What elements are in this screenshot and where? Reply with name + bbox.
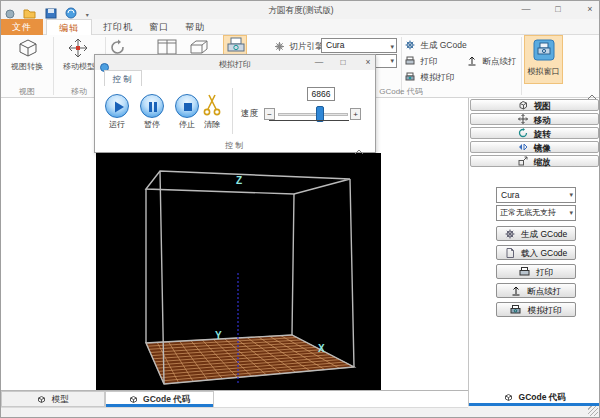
simulate-window-icon (533, 39, 555, 61)
pause-label: 暂停 (140, 119, 164, 130)
tab-help[interactable]: 帮助 (178, 19, 212, 35)
chevron-down-icon: ▾ (569, 188, 573, 202)
control-minimize-button[interactable]: — (309, 55, 329, 70)
right-tab-gcode-label: GCode 代码 (519, 392, 566, 402)
window-panes-icon (157, 39, 177, 55)
simulate-print-label: 模拟打印 (420, 72, 454, 82)
generate-gcode-label: 生成 GCode (521, 229, 567, 239)
print-button[interactable]: 打印 (496, 264, 576, 279)
resume-print-item[interactable]: 断点续打 (467, 56, 516, 68)
sidebar-section-mirror[interactable]: 镜像 (470, 141, 599, 153)
cube-icon (518, 100, 528, 110)
print-icon (519, 267, 530, 277)
stop-icon (176, 95, 200, 119)
print-icon (405, 56, 415, 66)
printer-icon (225, 37, 247, 55)
sidebar-section-view[interactable]: 视图 (470, 99, 599, 111)
sidebar-section-move[interactable]: 移动 (470, 113, 599, 125)
print-label: 打印 (420, 56, 437, 66)
mode-select[interactable]: 正常无底无支持 ▾ (496, 205, 576, 221)
maximize-button[interactable]: □ (545, 1, 571, 18)
cube-icon (37, 395, 46, 404)
stop-label: 停止 (175, 119, 199, 130)
simulate-print-item[interactable]: 模拟打印 (405, 72, 454, 84)
load-gcode-label: 载入 GCode (521, 248, 567, 258)
print-item[interactable]: 打印 (405, 56, 437, 68)
app-window: ▾ 方圆有度(测试版) — □ × 文件 编辑 打印机 窗口 帮助 视图转换 视… (0, 0, 600, 418)
chevron-down-icon: ▾ (390, 39, 394, 52)
tab-edit[interactable]: 编辑 (46, 19, 92, 36)
scissors-icon (201, 93, 223, 118)
control-collapse-button[interactable] (353, 142, 365, 160)
slicer-engine-value: Cura (326, 40, 344, 50)
simulate-print-ribbon-button[interactable] (223, 35, 247, 55)
section-mirror-label: 镜像 (534, 143, 551, 153)
axis-y-label: Y (215, 330, 222, 341)
speed-decrease-button[interactable]: − (264, 108, 275, 120)
move-model-button[interactable] (65, 37, 91, 63)
slider-baseline (269, 120, 349, 121)
simulate-window-button[interactable]: 模拟窗口 (524, 35, 563, 84)
viewport-3d[interactable]: Z Y X (96, 153, 381, 390)
generate-gcode-icon (405, 40, 415, 50)
generate-gcode-button[interactable]: 生成 GCode (496, 226, 576, 241)
sidebar-section-scale[interactable]: 缩放 (470, 155, 599, 167)
close-button[interactable]: × (577, 1, 600, 18)
play-icon (106, 95, 130, 119)
rotate-icon (109, 39, 127, 54)
slicer-engine-select[interactable]: Cura ▾ (321, 38, 397, 53)
cube-icon (15, 37, 41, 59)
tab-window[interactable]: 窗口 (142, 19, 176, 35)
simulate-print-button[interactable]: 模拟打印 (496, 302, 576, 317)
control-window-titlebar[interactable]: 模拟打印 — □ × (95, 55, 375, 70)
move-icon (518, 114, 528, 124)
control-group-label: 控制 (95, 139, 375, 154)
pause-button[interactable] (140, 94, 164, 118)
chevron-up-icon (353, 147, 365, 156)
speed-increase-button[interactable]: + (350, 108, 361, 120)
mirror-icon (518, 142, 528, 152)
build-volume-wireframe: Z Y X (96, 153, 381, 390)
cube-icon (129, 395, 138, 404)
run-button[interactable] (105, 94, 129, 118)
chevron-down-icon: ▾ (390, 57, 394, 65)
tab-printer[interactable]: 打印机 (96, 19, 140, 35)
section-move-label: 移动 (534, 115, 551, 125)
generate-gcode-label: 生成 GCode (420, 40, 466, 50)
speed-label: 速度 (241, 109, 258, 118)
control-maximize-button[interactable]: □ (333, 55, 353, 70)
clear-label: 清除 (200, 119, 224, 130)
status-bar-right (468, 406, 600, 418)
stop-button[interactable] (175, 94, 199, 118)
axis-x-label: X (318, 343, 325, 354)
cube-icon (504, 393, 513, 402)
move-icon (65, 37, 91, 59)
control-close-button[interactable]: × (358, 55, 378, 70)
sidebar-border (468, 98, 469, 406)
tab-gcode-label: GCode 代码 (143, 394, 190, 404)
section-view-label: 视图 (534, 101, 551, 111)
control-separator (232, 88, 233, 134)
minimize-button[interactable]: — (513, 1, 539, 18)
tab-file[interactable]: 文件 (1, 19, 43, 35)
tab-model[interactable]: 模型 (1, 391, 105, 407)
clear-button[interactable] (201, 93, 223, 122)
view-transform-button[interactable] (15, 37, 41, 63)
load-gcode-button[interactable]: 载入 GCode (496, 245, 576, 260)
ribbon-divider (521, 37, 522, 95)
scale-icon (518, 156, 528, 166)
resume-print-icon (467, 56, 477, 66)
generate-gcode-item[interactable]: 生成 GCode (405, 40, 467, 52)
resume-print-button[interactable]: 断点续打 (496, 283, 576, 298)
simulate-print-icon (405, 72, 415, 82)
view-group-label: 视图 (1, 86, 53, 97)
status-bar-left (1, 407, 468, 418)
control-tab[interactable]: 控制 (104, 70, 142, 86)
sidebar-section-rotate[interactable]: 旋转 (470, 127, 599, 139)
pause-icon (141, 95, 165, 119)
file-icon (505, 248, 515, 258)
tab-model-label: 模型 (52, 394, 69, 404)
speed-slider-track[interactable] (278, 113, 348, 116)
resize-grip[interactable] (588, 406, 598, 416)
engine-select[interactable]: Cura ▾ (496, 187, 576, 203)
